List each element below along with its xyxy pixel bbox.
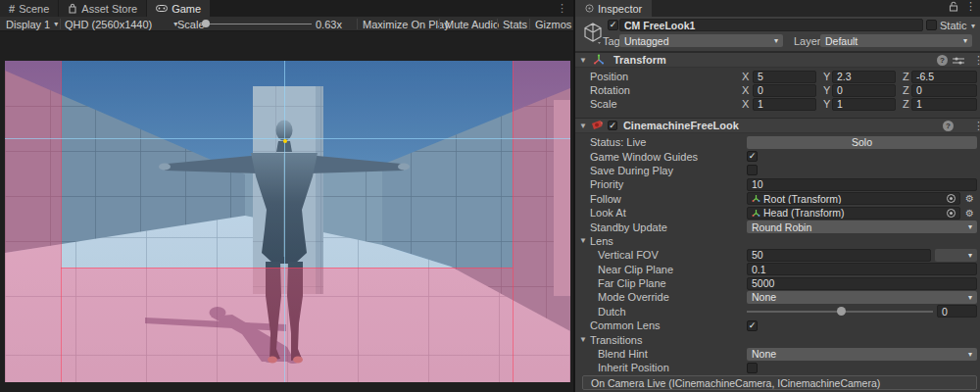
inspector-menu-icon[interactable]: ⋮: [965, 1, 976, 12]
far-clip-row: Far Clip Plane 5000: [575, 276, 980, 290]
help-icon[interactable]: ?: [937, 55, 948, 66]
object-picker-icon[interactable]: [947, 194, 956, 203]
tab-game-label: Game: [172, 3, 201, 15]
vertical-fov-row: Vertical FOV 50 ▾: [575, 248, 980, 262]
rotation-label: Rotation: [590, 84, 630, 96]
toolbar-separator: [497, 19, 498, 29]
standby-update-dropdown[interactable]: Round Robin▾: [747, 220, 977, 233]
common-lens-checkbox[interactable]: ✓: [747, 320, 758, 331]
scale-slider-track[interactable]: [202, 24, 312, 24]
common-lens-row: Common Lens ✓: [575, 318, 980, 332]
component-menu-icon[interactable]: ⋮: [973, 55, 980, 66]
transform-ref-icon: [752, 194, 760, 203]
chevron-down-icon: ▾: [968, 251, 972, 260]
look-at-object-field[interactable]: Head (Transform): [747, 207, 960, 220]
tab-inspector-label: Inspector: [598, 3, 642, 15]
position-z-field[interactable]: -6.5: [911, 71, 977, 83]
stats-button[interactable]: Stats: [503, 17, 527, 31]
rotation-z-field[interactable]: 0: [911, 84, 977, 97]
dutch-slider-thumb[interactable]: [837, 307, 846, 316]
chevron-down-icon: ▾: [968, 222, 972, 231]
tab-scene-label: Scene: [19, 3, 49, 15]
lens-foldout-row[interactable]: ▼ Lens: [575, 234, 980, 248]
display-dropdown[interactable]: Display 1 ▾: [6, 17, 58, 31]
inherit-position-label: Inherit Position: [598, 362, 669, 373]
position-y-field[interactable]: 2.3: [832, 71, 896, 83]
scale-x-field[interactable]: 1: [753, 98, 816, 111]
foldout-icon[interactable]: ▼: [579, 335, 587, 344]
rotation-x-field[interactable]: 0: [753, 84, 816, 97]
tab-scene[interactable]: # Scene: [0, 0, 58, 17]
component-enabled-checkbox[interactable]: ✓: [608, 121, 617, 130]
check-icon: ✓: [749, 321, 757, 330]
inherit-position-checkbox[interactable]: [747, 363, 758, 373]
foldout-icon[interactable]: ▼: [579, 122, 587, 130]
scale-y-field[interactable]: 1: [832, 98, 896, 111]
scale-z-field[interactable]: 1: [911, 98, 977, 111]
gear-icon[interactable]: ⚙: [965, 193, 974, 204]
rotation-y-field[interactable]: 0: [832, 84, 896, 97]
follow-object-field[interactable]: Root (Transform): [747, 192, 960, 205]
dutch-slider[interactable]: [747, 307, 933, 317]
tag-dropdown[interactable]: Untagged▾: [619, 34, 783, 47]
gameobject-cube-icon[interactable]: [582, 22, 604, 45]
on-camera-live-event-box[interactable]: On Camera Live (ICinemachineCamera, ICin…: [582, 375, 977, 390]
scale-slider-thumb[interactable]: [202, 20, 210, 27]
transitions-foldout-row[interactable]: ▼ Transitions: [575, 332, 980, 346]
object-picker-icon[interactable]: [947, 209, 956, 218]
common-lens-label: Common Lens: [590, 319, 661, 331]
foldout-icon[interactable]: ▼: [579, 236, 587, 245]
status-row: Status: Live Solo: [575, 135, 980, 149]
lock-icon[interactable]: [949, 1, 958, 12]
transform-title: Transform: [613, 54, 666, 66]
static-checkbox[interactable]: [926, 20, 937, 30]
mute-audio-button[interactable]: Mute Audio: [445, 17, 499, 31]
game-panel-menu-icon[interactable]: ⋮: [557, 2, 567, 15]
resolution-dropdown[interactable]: QHD (2560x1440) ▾: [65, 17, 177, 31]
check-icon: ✓: [609, 122, 616, 130]
save-during-play-checkbox[interactable]: [747, 165, 758, 175]
scale-slider[interactable]: [202, 17, 312, 31]
gear-icon[interactable]: ⚙: [965, 208, 974, 219]
game-tabstrip: # Scene Asset Store Game ⋮: [0, 0, 573, 17]
scene-grid-icon: #: [9, 3, 15, 15]
game-window-guides-checkbox[interactable]: ✓: [747, 151, 758, 162]
inherit-position-row: Inherit Position: [575, 361, 980, 374]
help-icon[interactable]: ?: [943, 121, 954, 131]
layer-dropdown[interactable]: Default▾: [820, 34, 972, 47]
game-window-guides-label: Game Window Guides: [590, 151, 698, 163]
far-clip-field[interactable]: 5000: [747, 277, 977, 290]
transitions-title: Transitions: [590, 334, 642, 346]
fov-preset-dropdown[interactable]: ▾: [935, 249, 977, 262]
solo-button[interactable]: Solo: [747, 136, 977, 149]
tab-asset-store[interactable]: Asset Store: [59, 0, 146, 17]
axis-z-label: Z: [903, 71, 909, 82]
cinemachine-header[interactable]: ▼ ✓ CinemachineFreeLook ? ⋮: [575, 118, 980, 133]
transform-header[interactable]: ▼ Transform ? ⋮: [575, 52, 980, 68]
scale-row: Scale X 1 Y 1 Z 1: [575, 97, 980, 111]
static-dropdown-icon[interactable]: ▾: [971, 22, 975, 30]
position-x-field[interactable]: 5: [753, 71, 816, 83]
transform-rows: Position X 5 Y 2.3 Z -6.5 Rotation X 0 Y…: [575, 70, 980, 111]
display-dropdown-label: Display 1: [6, 19, 50, 30]
mode-override-dropdown[interactable]: None▾: [747, 291, 977, 304]
component-menu-icon[interactable]: ⋮: [973, 121, 980, 131]
maximize-on-play-button[interactable]: Maximize On Play: [363, 17, 450, 31]
vertical-fov-field[interactable]: 50: [747, 249, 931, 262]
blend-hint-dropdown[interactable]: None▾: [747, 348, 977, 361]
scale-label: Scale: [177, 17, 205, 31]
tab-inspector[interactable]: Inspector: [575, 0, 652, 17]
priority-field[interactable]: 10: [747, 178, 977, 191]
blend-hint-row: Blend Hint None▾: [575, 347, 980, 361]
dutch-value-field[interactable]: 0: [937, 305, 977, 318]
cinemachine-rows: Status: Live Solo Game Window Guides ✓ S…: [575, 135, 980, 375]
status-label: Status: Live: [590, 136, 646, 148]
tab-game[interactable]: Game: [147, 0, 210, 17]
presets-icon[interactable]: [953, 56, 964, 66]
tab-asset-store-label: Asset Store: [81, 3, 137, 15]
near-clip-field[interactable]: 0.1: [747, 263, 977, 275]
foldout-icon[interactable]: ▼: [579, 56, 587, 65]
gameobject-active-checkbox[interactable]: ✓: [608, 20, 618, 30]
gameobject-name-field[interactable]: CM FreeLook1: [619, 19, 923, 31]
dutch-row: Dutch 0: [575, 305, 980, 318]
